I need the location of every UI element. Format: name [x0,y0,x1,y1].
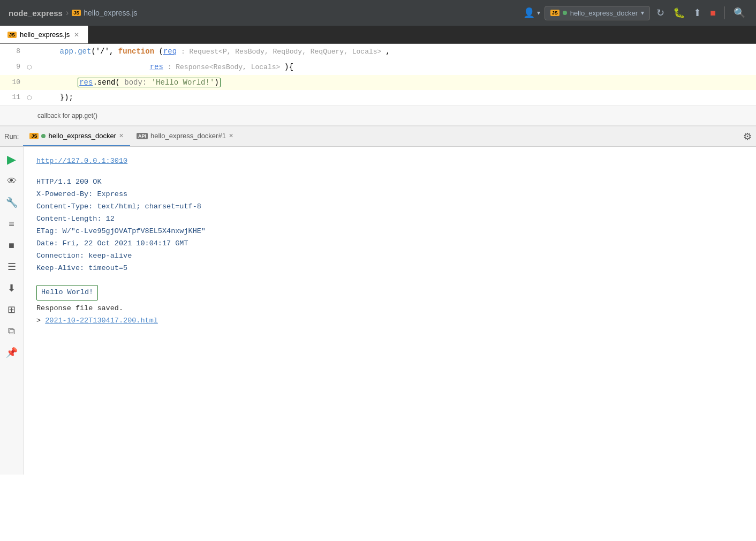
hello-world-response-box: Hello World! [36,285,98,300]
breakpoint-icon-9: ⬡ [27,64,32,71]
code-tooltip: callback for app.get() [0,106,756,125]
response-link-line: > 2021-10-22T130417.200.html [36,315,743,327]
reload-button[interactable]: ↻ [654,5,667,21]
response-saved-label: Response file saved. [36,304,123,312]
settings-icon: ⚙ [743,131,752,142]
run-filter-button[interactable]: ≡ [3,215,20,232]
grid-icon: ⊞ [7,304,16,315]
response-header-8: Keep-Alive: timeout=5 [36,262,743,275]
line-content-11: }); [37,90,756,106]
body-hint: body: [120,78,152,87]
filter-icon: ≡ [9,219,14,230]
toolbar-divider [724,6,725,19]
pin-icon: 📌 [6,347,18,358]
run-main: http://127.0.0.1:3010 HTTP/1.1 200 OK X-… [24,147,756,475]
run-panel-header: Run: JS hello_express_docker ✕ API hello… [0,126,756,147]
line-number-8: 8 [0,44,27,59]
run-play-button[interactable]: ▶ [3,151,20,168]
app-get-call: app.get [60,47,92,56]
run-panel-settings-button[interactable]: ⚙ [743,131,752,142]
run-content: ▶ 👁 🔧 ≡ ■ ☰ ⬇ ⊞ ⧉ [0,147,756,475]
download-icon: ⬇ [7,282,16,294]
run-config-green-dot [563,11,567,15]
run-tab-2-icon: API [137,133,148,139]
run-label: Run: [4,132,19,140]
function-keyword: function [118,47,154,56]
run-stop-button[interactable]: ■ [3,237,20,254]
run-tab-2[interactable]: API hello_express_docker#1 ✕ [130,126,240,146]
line-content-9: res : Response<ResBody, Locals> ){ [37,59,756,75]
stop-button[interactable]: ■ [708,5,718,21]
http-link[interactable]: http://127.0.0.1:3010 [36,157,127,165]
line-number-9: 9 [0,59,27,75]
tab-js-badge: JS [7,32,17,38]
http-response-headers: HTTP/1.1 200 OK X-Powered-By: Express Co… [36,176,743,275]
js-badge: JS [72,10,81,16]
run-wrench-button[interactable]: 🔧 [3,194,20,211]
run-config-arrow: ▾ [641,9,644,17]
breakpoint-icon-11: ⬡ [27,95,32,101]
breadcrumb-separator: › [66,8,69,18]
res-send-param: res [79,78,93,87]
gutter-11: ⬡ [27,90,37,106]
run-sidebar: ▶ 👁 🔧 ≡ ■ ☰ ⬇ ⊞ ⧉ [0,147,24,475]
stop-icon: ■ [710,7,716,19]
breadcrumb-project: node_express [9,9,63,18]
debug-icon: 🐛 [673,7,685,19]
response-body-section: Hello World! Response file saved. > 2021… [36,285,743,327]
run-pin-button[interactable]: 📌 [3,344,20,361]
code-line-9: 9 ⬡ res : Response<ResBody, Locals> ){ [0,59,756,75]
breadcrumb: node_express › JS hello_express.js [9,8,138,18]
user-button[interactable]: 👤 ▾ [523,7,540,19]
list-icon: ☰ [7,261,16,273]
gutter-10 [27,75,37,90]
run-panel: Run: JS hello_express_docker ✕ API hello… [0,126,756,475]
run-tab-2-close[interactable]: ✕ [229,132,233,139]
req-param: req [163,47,177,56]
response-link-arrow: > [36,317,45,325]
run-copy-button[interactable]: ⧉ [3,322,20,340]
stop-icon-sidebar: ■ [9,240,14,251]
response-header-2: X-Powered-By: Express [36,189,743,201]
response-file-link[interactable]: 2021-10-22T130417.200.html [45,317,158,325]
breadcrumb-file: JS hello_express.js [72,9,137,17]
run-tab-2-label: hello_express_docker#1 [150,132,226,140]
run-tab-1-close[interactable]: ✕ [119,132,124,139]
top-toolbar: node_express › JS hello_express.js 👤 ▾ J… [0,0,756,26]
http-url-line: http://127.0.0.1:3010 [36,155,743,168]
debug-button[interactable]: 🐛 [671,5,687,21]
run-tab-1-icon: JS [29,133,39,139]
tab-close-button[interactable]: ✕ [73,30,80,40]
user-icon: 👤 [523,7,535,19]
run-watch-button[interactable]: 👁 [3,172,20,190]
response-header-6: Date: Fri, 22 Oct 2021 10:04:17 GMT [36,238,743,250]
search-icon: 🔍 [734,7,745,19]
search-button[interactable]: 🔍 [731,5,747,21]
run-config-js-icon: JS [550,10,560,16]
wrench-icon: 🔧 [6,197,18,208]
res-param: res [150,63,163,71]
editor-tabs: JS hello_express.js ✕ [0,26,756,44]
code-line-8: 8 app.get('/', function (req : Request<P… [0,44,756,59]
run-tab-1-label: hello_express_docker [48,132,116,140]
response-header-4: Content-Length: 12 [36,213,743,226]
editor-tab-hello-express[interactable]: JS hello_express.js ✕ [0,26,88,43]
line-number-10: 10 [0,75,27,90]
line-content-10: res.send( body: 'Hello World!') [37,75,756,90]
run-tab-1-dot [41,134,46,138]
response-header-1: HTTP/1.1 200 OK [36,176,743,189]
run-tab-1[interactable]: JS hello_express_docker ✕ [23,126,130,146]
tooltip-text: callback for app.get() [37,112,97,119]
res-send-box: res.send( body: 'Hello World!') [78,78,220,87]
reload-icon: ↻ [656,7,664,19]
build-icon: ⬆ [693,7,701,19]
run-config-button[interactable]: JS hello_express_docker ▾ [545,6,650,20]
play-icon: ▶ [7,153,16,167]
run-list-button[interactable]: ☰ [3,258,20,275]
tab-filename: hello_express.js [20,31,70,39]
run-grid-button[interactable]: ⊞ [3,301,20,318]
run-config-label: hello_express_docker [570,9,638,17]
build-button[interactable]: ⬆ [691,5,704,21]
breadcrumb-filename: hello_express.js [84,9,137,17]
run-download-button[interactable]: ⬇ [3,280,20,297]
